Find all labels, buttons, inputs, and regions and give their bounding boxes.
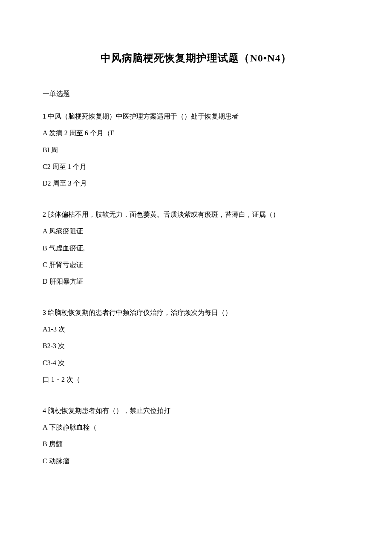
option-a: A 下肢静脉血栓（ <box>43 420 349 435</box>
option-a: A 发病 2 周至 6 个月（E <box>43 125 349 140</box>
question-text: 1 中风（脑梗死恢复期）中医护理方案适用于（）处于恢复期患者 <box>43 109 349 124</box>
option-c: C3-4 次 <box>43 355 349 370</box>
question-block-2: 2 肢体偏枯不用，肢软无力，面色萎黄。舌质淡紫或有瘀斑，苔薄白，证属（） A 风… <box>43 207 349 289</box>
option-d: D 肝阳暴亢证 <box>43 274 349 289</box>
option-b: B 气虚血瘀证, <box>43 241 349 256</box>
question-text: 4 脑梗恢复期患者如有（），禁止穴位拍打 <box>43 403 349 418</box>
option-a: A 风痰瘀阻证 <box>43 224 349 238</box>
document-title: 中风病脑梗死恢复期护理试题（N0•N4） <box>43 51 349 65</box>
option-b: BI 周 <box>43 142 349 157</box>
option-b: B2-3 次 <box>43 338 349 353</box>
question-block-4: 4 脑梗恢复期患者如有（），禁止穴位拍打 A 下肢静脉血栓（ B 房颤 C 动脉… <box>43 403 349 468</box>
option-d: D2 周至 3 个月 <box>43 176 349 191</box>
option-b: B 房颤 <box>43 436 349 451</box>
question-text: 2 肢体偏枯不用，肢软无力，面色萎黄。舌质淡紫或有瘀斑，苔薄白，证属（） <box>43 207 349 222</box>
option-d: 口 1・2 次（ <box>43 372 349 387</box>
option-a: A1-3 次 <box>43 322 349 337</box>
question-block-1: 1 中风（脑梗死恢复期）中医护理方案适用于（）处于恢复期患者 A 发病 2 周至… <box>43 109 349 191</box>
question-text: 3 给脑梗恢复期的患者行中频治疗仪治疗，治疗频次为每日（） <box>43 305 349 320</box>
option-c: C 肝肾亏虚证 <box>43 257 349 272</box>
option-c: C 动脉瘤 <box>43 453 349 468</box>
option-c: C2 周至 1 个月 <box>43 159 349 174</box>
section-header: 一单选题 <box>43 86 349 101</box>
question-block-3: 3 给脑梗恢复期的患者行中频治疗仪治疗，治疗频次为每日（） A1-3 次 B2-… <box>43 305 349 387</box>
